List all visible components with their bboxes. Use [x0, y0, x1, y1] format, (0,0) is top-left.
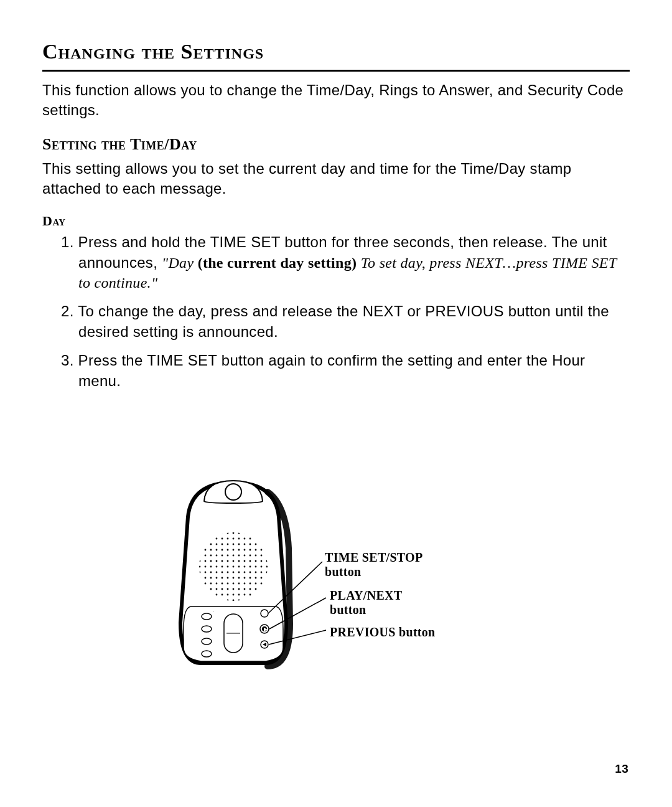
svg-point-105	[261, 572, 263, 573]
svg-point-150	[222, 594, 223, 596]
svg-point-104	[255, 572, 257, 573]
svg-point-117	[255, 577, 257, 579]
svg-point-93	[266, 566, 268, 568]
svg-point-92	[261, 566, 263, 568]
svg-point-108	[205, 577, 207, 579]
svg-point-82	[205, 566, 207, 568]
svg-point-99	[227, 572, 229, 573]
callout-play-next: PLAY/NEXT button	[330, 588, 402, 617]
device-figure: • TIME SET/STOP button PLAY/NEXT button …	[0, 467, 672, 685]
section-heading-time-day: Setting the Time/Day	[42, 133, 630, 155]
svg-point-165	[233, 600, 235, 602]
svg-point-175	[202, 651, 212, 657]
intro-paragraph: This function allows you to change the T…	[42, 80, 630, 121]
callout-time-set-stop-line2: button	[325, 565, 362, 578]
svg-point-64	[250, 555, 251, 557]
svg-point-90	[250, 566, 251, 568]
svg-point-43	[205, 549, 207, 551]
svg-point-9	[233, 532, 235, 534]
svg-point-102	[244, 572, 246, 573]
svg-point-128	[244, 583, 246, 585]
svg-point-151	[227, 594, 229, 596]
step-1: 1. Press and hold the TIME SET button fo…	[61, 232, 630, 293]
svg-point-83	[210, 566, 212, 568]
svg-point-122	[210, 583, 212, 585]
svg-point-115	[244, 577, 246, 579]
svg-point-72	[222, 560, 223, 562]
subsection-heading-day: Day	[42, 212, 630, 230]
svg-point-47	[227, 549, 229, 551]
svg-point-124	[222, 583, 223, 585]
svg-point-121	[205, 583, 207, 585]
svg-point-49	[238, 549, 240, 551]
svg-point-136	[216, 588, 218, 590]
svg-point-52	[255, 549, 257, 551]
svg-point-78	[255, 560, 257, 562]
manual-page: Changing the Settings This function allo…	[0, 0, 672, 807]
svg-point-57	[210, 555, 212, 557]
svg-point-110	[216, 577, 218, 579]
step-1-quote-a: "Day	[162, 255, 198, 271]
svg-point-88	[238, 566, 240, 568]
svg-point-45	[216, 549, 218, 551]
svg-point-53	[261, 549, 263, 551]
svg-point-111	[222, 577, 223, 579]
svg-point-69	[205, 560, 207, 562]
svg-point-59	[222, 555, 223, 557]
svg-point-37	[244, 544, 246, 545]
step-1-quote-bold: (the current day setting)	[198, 255, 357, 271]
svg-point-79	[261, 560, 263, 562]
svg-point-84	[216, 566, 218, 568]
svg-point-101	[238, 572, 240, 573]
svg-point-178	[261, 610, 268, 617]
svg-point-142	[250, 588, 251, 590]
svg-point-174	[202, 638, 212, 644]
svg-point-126	[233, 583, 235, 585]
svg-text:•: •	[213, 610, 214, 613]
svg-point-154	[244, 594, 246, 596]
steps-list: 1. Press and hold the TIME SET button fo…	[42, 232, 630, 391]
svg-point-140	[238, 588, 240, 590]
svg-point-130	[255, 583, 257, 585]
step-2: 2. To change the day, press and release …	[61, 301, 630, 342]
svg-point-85	[222, 566, 223, 568]
svg-point-97	[216, 572, 218, 573]
svg-point-149	[216, 594, 218, 596]
svg-point-95	[205, 572, 207, 573]
svg-point-39	[255, 544, 257, 545]
svg-point-25	[250, 538, 251, 540]
svg-point-100	[233, 572, 235, 573]
step-3: 3. Press the TIME SET button again to co…	[61, 351, 630, 391]
svg-point-66	[261, 555, 263, 557]
svg-point-98	[222, 572, 223, 573]
svg-point-61	[233, 555, 235, 557]
svg-point-153	[238, 594, 240, 596]
svg-point-172	[202, 613, 212, 620]
svg-point-109	[210, 577, 212, 579]
svg-point-143	[255, 588, 257, 590]
svg-point-63	[244, 555, 246, 557]
svg-point-116	[250, 577, 251, 579]
title-rule	[42, 70, 630, 72]
svg-point-36	[238, 544, 240, 545]
svg-point-21	[227, 538, 229, 540]
svg-point-74	[233, 560, 235, 562]
svg-point-58	[216, 555, 218, 557]
svg-point-81	[199, 566, 201, 568]
svg-point-77	[250, 560, 251, 562]
svg-point-152	[233, 594, 235, 596]
svg-point-24	[244, 538, 246, 540]
svg-point-0	[225, 484, 241, 500]
svg-point-123	[216, 583, 218, 585]
section-paragraph-time-day: This setting allows you to set the curre…	[42, 159, 630, 199]
svg-point-96	[210, 572, 212, 573]
svg-point-137	[222, 588, 223, 590]
svg-point-112	[227, 577, 229, 579]
svg-point-91	[255, 566, 257, 568]
svg-point-50	[244, 549, 246, 551]
svg-point-44	[210, 549, 212, 551]
svg-point-76	[244, 560, 246, 562]
svg-point-23	[238, 538, 240, 540]
svg-point-127	[238, 583, 240, 585]
svg-point-38	[250, 544, 251, 545]
